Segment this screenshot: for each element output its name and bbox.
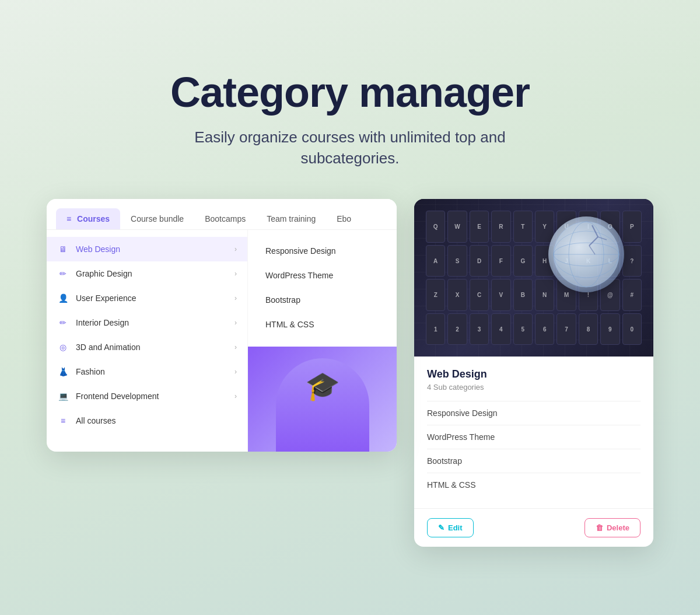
keyboard-key: S	[447, 245, 467, 277]
keyboard-key: 3	[470, 313, 489, 345]
tab-team-training[interactable]: Team training	[256, 208, 326, 229]
category-item-3d-animation[interactable]: ◎ 3D and Animation ›	[47, 335, 247, 359]
tabs-bar: ≡ Courses Course bundle Bootcamps Team t…	[47, 199, 397, 230]
tab-ebo[interactable]: Ebo	[326, 208, 362, 229]
animation-icon: ◎	[57, 341, 69, 353]
keyboard-key: A	[426, 245, 445, 277]
category-item-interior-design[interactable]: ✏ Interior Design ›	[47, 310, 247, 335]
sub-list-item-wordpress: WordPress Theme	[427, 425, 640, 449]
globe-icon	[548, 216, 624, 292]
sub-item-htmlcss[interactable]: HTML & CSS	[257, 313, 387, 336]
category-item-graphic-design[interactable]: ✏ Graphic Design ›	[47, 261, 247, 286]
keyboard-key: Q	[426, 211, 445, 243]
keyboard-key: 5	[513, 313, 533, 345]
chevron-right-icon: ›	[235, 294, 237, 302]
left-panel: ≡ Courses Course bundle Bootcamps Team t…	[47, 199, 397, 452]
category-item-all-courses[interactable]: ≡ All courses	[47, 408, 247, 433]
keyboard-key: B	[513, 279, 533, 311]
keyboard-key: 2	[447, 313, 467, 345]
sub-item-wordpress[interactable]: WordPress Theme	[257, 264, 387, 287]
keyboard-key: T	[513, 211, 533, 243]
keyboard-keys-grid: QWERTYUIOPASDFGHJKL?ZXCVBNM!@#1234567890	[414, 199, 653, 357]
sub-list-item-responsive: Responsive Design	[427, 401, 640, 425]
keyboard-key: 6	[535, 313, 554, 345]
ui-panels: ≡ Courses Course bundle Bootcamps Team t…	[47, 199, 653, 547]
chevron-right-icon: ›	[235, 245, 237, 253]
pencil-icon: ✏	[57, 268, 69, 279]
graduate-figure: 🎓	[276, 358, 369, 452]
monitor-icon: 🖥	[57, 243, 69, 255]
keyboard-key: 4	[491, 313, 510, 345]
globe-svg	[551, 219, 621, 289]
keyboard-key: 1	[426, 313, 445, 345]
category-item-user-experience[interactable]: 👤 User Experience ›	[47, 286, 247, 310]
content-area: 🖥 Web Design › ✏ Graphic Design › 👤 User…	[47, 230, 397, 452]
sub-list-item-bootstrap: Bootstrap	[427, 449, 640, 473]
chevron-right-icon: ›	[235, 392, 237, 400]
keyboard-key: 0	[622, 313, 642, 345]
keyboard-key: Z	[426, 279, 445, 311]
keyboard-key: D	[470, 245, 489, 277]
tab-bootcamps[interactable]: Bootcamps	[194, 208, 256, 229]
subcategory-panel: Responsive Design WordPress Theme Bootst…	[248, 230, 397, 347]
keyboard-key: 8	[579, 313, 598, 345]
right-panel: QWERTYUIOPASDFGHJKL?ZXCVBNM!@#1234567890	[414, 199, 653, 547]
card-actions: ✎ Edit 🗑 Delete	[414, 508, 653, 547]
category-item-fashion[interactable]: 👗 Fashion ›	[47, 359, 247, 384]
sub-item-responsive[interactable]: Responsive Design	[257, 239, 387, 263]
card-subtitle: 4 Sub categories	[427, 383, 640, 392]
sub-item-bootstrap[interactable]: Bootstrap	[257, 288, 387, 312]
tab-course-bundle[interactable]: Course bundle	[120, 208, 194, 229]
keyboard-key: G	[513, 245, 533, 277]
chevron-right-icon: ›	[235, 319, 237, 327]
chevron-right-icon: ›	[235, 343, 237, 351]
list-icon: ≡	[66, 214, 71, 223]
keyboard-key: #	[622, 279, 642, 311]
keyboard-key: P	[622, 211, 642, 243]
trash-icon: 🗑	[596, 523, 603, 532]
graduation-image: 🎓	[248, 347, 397, 452]
category-list: 🖥 Web Design › ✏ Graphic Design › 👤 User…	[47, 230, 248, 452]
code-icon: 💻	[57, 390, 69, 402]
delete-button[interactable]: 🗑 Delete	[584, 518, 640, 537]
keyboard-key: ?	[622, 245, 642, 277]
keyboard-key: X	[447, 279, 467, 311]
user-icon: 👤	[57, 292, 69, 304]
edit-button[interactable]: ✎ Edit	[427, 518, 474, 537]
card-body: Web Design 4 Sub categories Responsive D…	[414, 357, 653, 508]
keyboard-key: E	[470, 211, 489, 243]
category-item-web-design[interactable]: 🖥 Web Design ›	[47, 237, 247, 261]
keyboard-key: V	[491, 279, 510, 311]
keyboard-key: 9	[600, 313, 620, 345]
keyboard-key: W	[447, 211, 467, 243]
card-title: Web Design	[427, 368, 640, 380]
card-image: QWERTYUIOPASDFGHJKL?ZXCVBNM!@#1234567890	[414, 199, 653, 357]
keyboard-key: F	[491, 245, 510, 277]
edit-icon: ✎	[438, 523, 444, 532]
list-all-icon: ≡	[57, 415, 69, 427]
category-item-frontend[interactable]: 💻 Frontend Development ›	[47, 384, 247, 408]
keyboard-key: N	[535, 279, 554, 311]
chevron-right-icon: ›	[235, 270, 237, 278]
chevron-right-icon: ›	[235, 368, 237, 376]
tab-courses[interactable]: ≡ Courses	[56, 208, 120, 229]
keyboard-key: 7	[556, 313, 576, 345]
edit-icon: ✏	[57, 317, 69, 329]
fashion-icon: 👗	[57, 366, 69, 378]
keyboard-key: C	[470, 279, 489, 311]
mortarboard-icon: 🎓	[305, 370, 340, 403]
page-title: Category manager	[170, 68, 530, 116]
page-subtitle: Easily organize courses with unlimited t…	[175, 127, 525, 169]
sub-list-item-htmlcss: HTML & CSS	[427, 473, 640, 497]
keyboard-key: R	[491, 211, 510, 243]
